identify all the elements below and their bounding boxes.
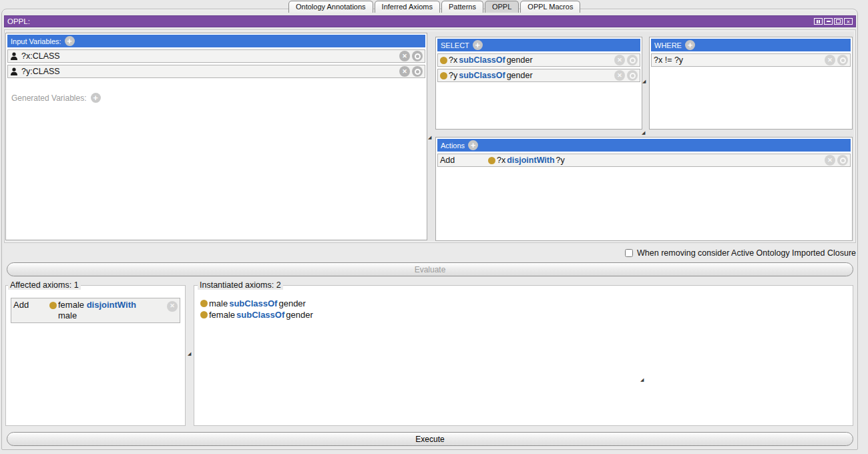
clause-object: gender — [507, 55, 533, 65]
input-variable-row[interactable]: ?y:CLASS — [7, 65, 425, 78]
clause-object: gender — [507, 71, 533, 80]
actions-panel: Actions Add ?x disjointWith ?y — [435, 137, 853, 241]
imported-closure-label: When removing consider Active Ontology I… — [637, 248, 856, 258]
add-input-variable-button[interactable] — [65, 36, 75, 46]
action-subject: ?x — [497, 156, 505, 165]
window-controls — [814, 18, 853, 25]
affected-axioms-title: Affected axioms: 1 — [8, 280, 81, 290]
delete-icon[interactable] — [399, 51, 410, 61]
axiom-subject: female — [58, 300, 84, 310]
minimize-icon[interactable] — [824, 18, 833, 25]
axiom-object: gender — [286, 310, 312, 320]
instantiated-axioms-list: male subClassOf gender female subClassOf… — [200, 298, 313, 320]
tab-ontology-annotations[interactable]: Ontology Annotations — [288, 1, 373, 13]
action-object: ?y — [556, 156, 565, 165]
variable-declaration: ?y:CLASS — [21, 67, 60, 76]
axiom-verb: Add — [13, 300, 48, 310]
maximize-icon[interactable] — [834, 18, 843, 25]
edit-icon[interactable] — [837, 155, 848, 166]
edit-icon[interactable] — [412, 66, 423, 77]
instantiated-axiom[interactable]: male subClassOf gender — [200, 298, 313, 309]
axiom-keyword: subClassOf — [229, 298, 277, 308]
tab-oppl-macros[interactable]: OPPL Macros — [520, 1, 580, 13]
axiom-keyword: subClassOf — [236, 310, 284, 320]
input-variable-row[interactable]: ?x:CLASS — [7, 49, 425, 63]
imported-closure-checkbox[interactable] — [625, 249, 633, 257]
splitter-handle[interactable] — [642, 130, 645, 135]
where-clause-row[interactable]: ?x != ?y — [651, 53, 851, 67]
imported-closure-option: When removing consider Active Ontology I… — [625, 248, 856, 258]
axiom-text: female disjointWith male — [58, 300, 150, 321]
delete-icon[interactable] — [167, 301, 178, 312]
action-row[interactable]: Add ?x disjointWith ?y — [437, 154, 851, 167]
actions-title: Actions — [441, 142, 465, 150]
titlebar-title: OPPL: — [7, 17, 30, 25]
affected-axiom-row[interactable]: Add female disjointWith male — [11, 298, 180, 323]
where-header: WHERE — [651, 39, 851, 51]
edit-icon[interactable] — [627, 70, 638, 81]
add-action-button[interactable] — [468, 140, 478, 150]
generated-variables-row: Generated Variables: — [11, 93, 425, 103]
instantiated-axioms-title: Instantiated axioms: 2 — [198, 280, 283, 290]
input-variables-header: Input Variables: — [7, 35, 425, 47]
tab-inferred-axioms[interactable]: Inferred Axioms — [375, 1, 440, 13]
instantiated-axiom[interactable]: female subClassOf gender — [200, 309, 313, 320]
class-icon — [440, 72, 447, 79]
evaluate-button[interactable]: Evaluate — [7, 262, 853, 276]
close-icon[interactable] — [844, 18, 853, 25]
clause-keyword: subClassOf — [459, 55, 505, 65]
action-verb: Add — [440, 156, 487, 165]
splitter-handle[interactable] — [188, 351, 191, 356]
select-header: SELECT — [437, 39, 640, 51]
delete-icon[interactable] — [614, 55, 625, 65]
add-where-clause-button[interactable] — [685, 40, 695, 50]
delete-icon[interactable] — [825, 55, 835, 65]
where-panel: WHERE ?x != ?y — [649, 37, 853, 130]
tab-patterns[interactable]: Patterns — [441, 1, 483, 13]
splitter-handle[interactable] — [642, 79, 646, 83]
generated-variables-label: Generated Variables: — [11, 93, 87, 103]
clause-keyword: subClassOf — [459, 71, 505, 80]
edit-icon[interactable] — [837, 55, 848, 65]
class-icon — [440, 57, 447, 64]
input-variables-title: Input Variables: — [11, 37, 61, 45]
axiom-object: gender — [278, 298, 305, 308]
select-clause-row[interactable]: ?y subClassOf gender — [437, 69, 640, 82]
delete-icon[interactable] — [825, 155, 835, 166]
splitter-handle[interactable] — [640, 377, 644, 382]
input-variables-panel: Input Variables: ?x:CLASS ?y:CLASS — [5, 33, 427, 240]
class-icon — [49, 302, 57, 309]
delete-icon[interactable] — [399, 66, 410, 77]
variable-person-icon — [10, 52, 18, 61]
axiom-keyword: disjointWith — [87, 300, 136, 310]
select-clause-row[interactable]: ?x subClassOf gender — [437, 53, 640, 67]
variable-person-icon — [10, 67, 18, 76]
axiom-subject: male — [209, 298, 228, 308]
execute-button[interactable]: Execute — [7, 432, 853, 446]
select-title: SELECT — [441, 41, 469, 49]
tab-bar: Ontology Annotations Inferred Axioms Pat… — [288, 1, 582, 13]
edit-icon[interactable] — [412, 51, 423, 61]
add-generated-variable-button[interactable] — [91, 93, 101, 103]
class-icon — [488, 157, 495, 164]
clause-subject: ?y — [449, 71, 457, 80]
actions-header: Actions — [437, 139, 851, 152]
class-icon — [200, 311, 208, 318]
action-keyword: disjointWith — [507, 156, 554, 165]
tab-oppl[interactable]: OPPL — [485, 1, 519, 13]
oppl-tab-screen: Ontology Annotations Inferred Axioms Pat… — [0, 0, 868, 454]
clause-subject: ?x — [449, 55, 457, 65]
where-expression: ?x != ?y — [654, 55, 683, 65]
axiom-subject: female — [209, 310, 235, 320]
where-title: WHERE — [654, 41, 682, 49]
split-pane-icon[interactable] — [814, 18, 823, 25]
edit-icon[interactable] — [627, 55, 638, 65]
variable-declaration: ?x:CLASS — [21, 51, 60, 61]
oppl-titlebar: OPPL: — [4, 15, 856, 27]
select-panel: SELECT ?x subClassOf gender ?y subClassO… — [435, 37, 642, 130]
class-icon — [200, 300, 208, 307]
add-select-clause-button[interactable] — [473, 40, 483, 50]
axiom-object: male — [58, 310, 77, 320]
splitter-handle[interactable] — [428, 135, 431, 140]
delete-icon[interactable] — [614, 70, 625, 81]
